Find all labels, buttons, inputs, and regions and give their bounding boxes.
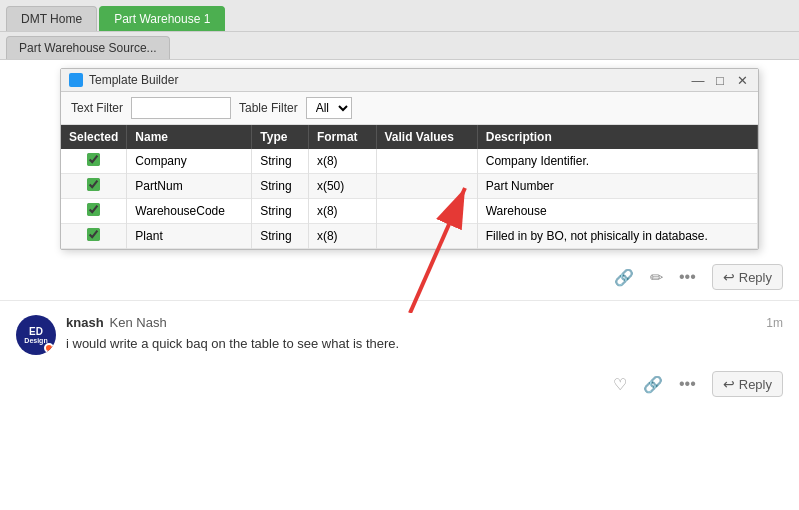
table-row: Plant String x(8) Filled in by BO, not p… — [61, 224, 758, 249]
first-post-actions: 🔗 ✏ ••• ↩ Reply — [0, 258, 799, 296]
row-checkbox[interactable] — [87, 153, 100, 166]
sub-tab-bar: Part Warehouse Source... — [0, 32, 799, 60]
table-row: Company String x(8) Company Identifier. — [61, 149, 758, 174]
cell-name: WarehouseCode — [127, 199, 252, 224]
minimize-button[interactable]: — — [690, 73, 706, 87]
cell-selected — [61, 174, 127, 199]
heart-icon[interactable]: ♡ — [613, 375, 627, 394]
cell-valid-values — [376, 149, 477, 174]
cell-selected — [61, 224, 127, 249]
comment-time: 1m — [766, 316, 783, 330]
window-title: Template Builder — [89, 73, 684, 87]
comment-reply-label: Reply — [739, 377, 772, 392]
avatar-online-dot — [44, 343, 54, 353]
cell-description: Part Number — [477, 174, 757, 199]
link-icon[interactable]: 🔗 — [614, 268, 634, 287]
comment-post: ED Design knash Ken Nash 1m i would writ… — [0, 305, 799, 365]
col-format: Format — [308, 125, 376, 149]
cell-valid-values — [376, 174, 477, 199]
tb-toolbar: Text Filter Table Filter All — [61, 92, 758, 125]
comment-reply-button[interactable]: ↩ Reply — [712, 371, 783, 397]
avatar: ED Design — [16, 315, 56, 355]
comment-actions: ♡ 🔗 ••• ↩ Reply — [0, 365, 799, 403]
row-checkbox[interactable] — [87, 203, 100, 216]
reply-arrow-icon: ↩ — [723, 269, 735, 285]
window-controls: — □ ✕ — [690, 73, 750, 87]
cell-description: Filled in by BO, not phisically in datab… — [477, 224, 757, 249]
first-reply-button[interactable]: ↩ Reply — [712, 264, 783, 290]
col-selected: Selected — [61, 125, 127, 149]
tab-part-warehouse[interactable]: Part Warehouse 1 — [99, 6, 225, 31]
template-table: Selected Name Type Format Valid Values D… — [61, 125, 758, 249]
avatar-text-ed: ED — [29, 327, 43, 337]
table-filter-label: Table Filter — [239, 101, 298, 115]
comment-username: knash — [66, 315, 104, 330]
tab-dmt-home[interactable]: DMT Home — [6, 6, 97, 31]
text-filter-input[interactable] — [131, 97, 231, 119]
first-reply-label: Reply — [739, 270, 772, 285]
post-divider — [0, 300, 799, 301]
cell-type: String — [252, 149, 309, 174]
text-filter-label: Text Filter — [71, 101, 123, 115]
comment-reply-arrow-icon: ↩ — [723, 376, 735, 392]
comment-more-icon[interactable]: ••• — [679, 375, 696, 393]
cell-type: String — [252, 174, 309, 199]
cell-type: String — [252, 199, 309, 224]
cell-description: Warehouse — [477, 199, 757, 224]
cell-valid-values — [376, 199, 477, 224]
comment-content: knash Ken Nash 1m i would write a quick … — [66, 315, 783, 354]
comment-link-icon[interactable]: 🔗 — [643, 375, 663, 394]
col-name: Name — [127, 125, 252, 149]
tab-bar: DMT Home Part Warehouse 1 — [0, 0, 799, 32]
cell-format: x(50) — [308, 174, 376, 199]
cell-format: x(8) — [308, 199, 376, 224]
template-icon — [69, 73, 83, 87]
cell-selected — [61, 149, 127, 174]
comment-text: i would write a quick baq on the table t… — [66, 334, 783, 354]
cell-type: String — [252, 224, 309, 249]
comment-fullname: Ken Nash — [110, 315, 167, 330]
cell-format: x(8) — [308, 149, 376, 174]
cell-name: Plant — [127, 224, 252, 249]
cell-selected — [61, 199, 127, 224]
table-filter-select[interactable]: All — [306, 97, 352, 119]
sub-tab-source[interactable]: Part Warehouse Source... — [6, 36, 170, 59]
template-builder-window: Template Builder — □ ✕ Text Filter Table… — [60, 68, 759, 250]
table-row: WarehouseCode String x(8) Warehouse — [61, 199, 758, 224]
row-checkbox[interactable] — [87, 178, 100, 191]
comment-header: knash Ken Nash 1m — [66, 315, 783, 330]
titlebar: Template Builder — □ ✕ — [61, 69, 758, 92]
cell-name: Company — [127, 149, 252, 174]
table-row: PartNum String x(50) Part Number — [61, 174, 758, 199]
close-button[interactable]: ✕ — [734, 73, 750, 87]
col-description: Description — [477, 125, 757, 149]
cell-name: PartNum — [127, 174, 252, 199]
cell-format: x(8) — [308, 224, 376, 249]
cell-valid-values — [376, 224, 477, 249]
more-icon[interactable]: ••• — [679, 268, 696, 286]
edit-icon[interactable]: ✏ — [650, 268, 663, 287]
row-checkbox[interactable] — [87, 228, 100, 241]
col-type: Type — [252, 125, 309, 149]
maximize-button[interactable]: □ — [712, 73, 728, 87]
avatar-text-design: Design — [24, 337, 47, 344]
cell-description: Company Identifier. — [477, 149, 757, 174]
col-valid-values: Valid Values — [376, 125, 477, 149]
